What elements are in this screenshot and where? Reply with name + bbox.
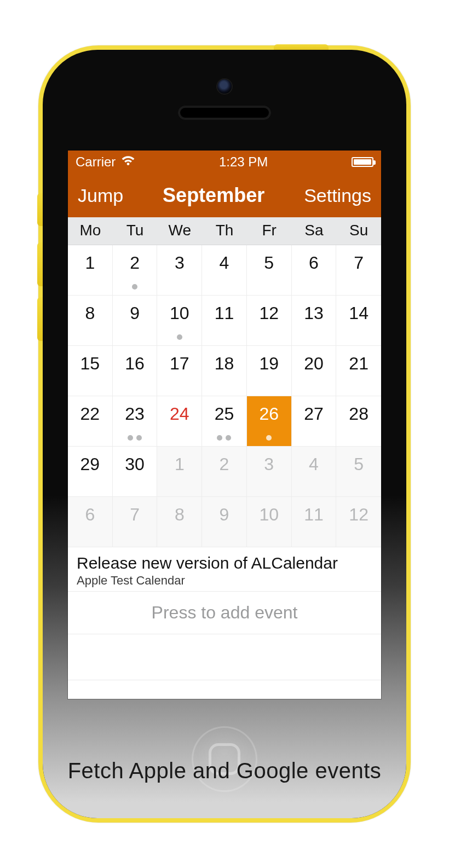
calendar-day[interactable]: 22 <box>68 396 113 447</box>
calendar-day[interactable]: 6 <box>68 497 113 547</box>
calendar-day[interactable]: 12 <box>336 497 381 547</box>
calendar-day[interactable]: 27 <box>292 396 337 447</box>
calendar-day[interactable]: 1 <box>157 447 202 497</box>
weekday-label: Fr <box>247 217 292 245</box>
calendar-day[interactable]: 12 <box>247 296 292 346</box>
day-number: 8 <box>175 497 185 525</box>
day-number: 12 <box>259 296 279 323</box>
day-number: 1 <box>175 447 185 474</box>
calendar-day[interactable]: 20 <box>292 346 337 396</box>
day-number: 1 <box>85 245 95 273</box>
calendar-day[interactable]: 7 <box>113 497 158 547</box>
settings-button[interactable]: Settings <box>304 185 371 206</box>
day-number: 8 <box>85 296 95 323</box>
day-number: 2 <box>220 447 229 474</box>
calendar-day[interactable]: 8 <box>68 296 113 346</box>
event-title: Release new version of ALCalendar <box>77 554 372 572</box>
calendar-day[interactable]: 6 <box>292 245 337 296</box>
calendar-day[interactable]: 10 <box>247 497 292 547</box>
day-number: 7 <box>354 245 364 273</box>
calendar-day[interactable]: 5 <box>336 447 381 497</box>
list-row-empty <box>68 680 381 699</box>
weekday-label: We <box>157 217 202 245</box>
event-indicator <box>113 435 157 441</box>
day-number: 22 <box>80 396 100 424</box>
calendar-day[interactable]: 10 <box>157 296 202 346</box>
status-bar: Carrier 1:23 PM <box>68 151 381 173</box>
app-screen: Carrier 1:23 PM Jump September Settings … <box>68 151 381 699</box>
calendar-day[interactable]: 8 <box>157 497 202 547</box>
calendar-day[interactable]: 17 <box>157 346 202 396</box>
day-number: 24 <box>170 396 189 424</box>
carrier-label: Carrier <box>76 154 116 170</box>
day-number: 4 <box>220 245 229 273</box>
calendar-day[interactable]: 25 <box>202 396 247 447</box>
calendar-day[interactable]: 14 <box>336 296 381 346</box>
calendar-day[interactable]: 13 <box>292 296 337 346</box>
day-number: 30 <box>125 447 145 474</box>
calendar-day[interactable]: 15 <box>68 346 113 396</box>
jump-button[interactable]: Jump <box>78 185 123 206</box>
calendar-day[interactable]: 23 <box>113 396 158 447</box>
earpiece-speaker <box>178 106 271 120</box>
day-number: 10 <box>259 497 279 525</box>
calendar-day[interactable]: 3 <box>157 245 202 296</box>
day-number: 15 <box>80 346 100 374</box>
volume-down-button <box>37 297 43 341</box>
day-number: 5 <box>264 245 274 273</box>
calendar-day[interactable]: 2 <box>202 447 247 497</box>
calendar-day[interactable]: 9 <box>113 296 158 346</box>
day-number: 17 <box>170 346 189 374</box>
day-number: 11 <box>304 497 324 525</box>
calendar-day[interactable]: 2 <box>113 245 158 296</box>
calendar-day[interactable]: 29 <box>68 447 113 497</box>
calendar-day[interactable]: 11 <box>202 296 247 346</box>
day-number: 3 <box>175 245 185 273</box>
calendar-day[interactable]: 4 <box>292 447 337 497</box>
day-number: 18 <box>215 346 234 374</box>
calendar-day[interactable]: 1 <box>68 245 113 296</box>
day-number: 5 <box>354 447 364 474</box>
phone-frame: Carrier 1:23 PM Jump September Settings … <box>38 45 411 823</box>
event-indicator <box>202 435 246 441</box>
calendar-day[interactable]: 4 <box>202 245 247 296</box>
day-number: 27 <box>304 396 324 424</box>
wifi-icon <box>121 154 135 170</box>
event-row[interactable]: Release new version of ALCalendar Apple … <box>68 547 381 592</box>
day-number: 9 <box>130 296 140 323</box>
event-indicator <box>247 435 291 441</box>
calendar-day[interactable]: 18 <box>202 346 247 396</box>
front-camera <box>217 79 232 94</box>
weekday-label: Th <box>202 217 247 245</box>
calendar-day[interactable]: 21 <box>336 346 381 396</box>
calendar-day[interactable]: 30 <box>113 447 158 497</box>
calendar-grid: 1234567891011121314151617181920212223242… <box>68 245 381 547</box>
nav-title: September <box>163 184 264 207</box>
calendar-day[interactable]: 11 <box>292 497 337 547</box>
calendar-day[interactable]: 26 <box>247 396 292 447</box>
day-number: 2 <box>130 245 140 273</box>
calendar-day[interactable]: 28 <box>336 396 381 447</box>
day-number: 12 <box>349 497 369 525</box>
calendar-day[interactable]: 9 <box>202 497 247 547</box>
calendar-day[interactable]: 5 <box>247 245 292 296</box>
event-indicator <box>113 284 157 290</box>
calendar-day[interactable]: 3 <box>247 447 292 497</box>
weekday-label: Mo <box>68 217 113 245</box>
add-event-button[interactable]: Press to add event <box>68 592 381 634</box>
clock-label: 1:23 PM <box>219 154 268 170</box>
calendar-day[interactable]: 7 <box>336 245 381 296</box>
list-row-empty <box>68 634 381 680</box>
calendar-day[interactable]: 24 <box>157 396 202 447</box>
volume-up-button <box>37 242 43 286</box>
calendar-day[interactable]: 16 <box>113 346 158 396</box>
day-number: 21 <box>349 346 369 374</box>
event-indicator <box>157 334 202 340</box>
power-button <box>274 44 329 50</box>
day-number: 6 <box>309 245 319 273</box>
day-number: 6 <box>85 497 95 525</box>
calendar-day[interactable]: 19 <box>247 346 292 396</box>
weekday-label: Sa <box>292 217 337 245</box>
day-number: 19 <box>259 346 279 374</box>
day-number: 26 <box>259 396 279 424</box>
